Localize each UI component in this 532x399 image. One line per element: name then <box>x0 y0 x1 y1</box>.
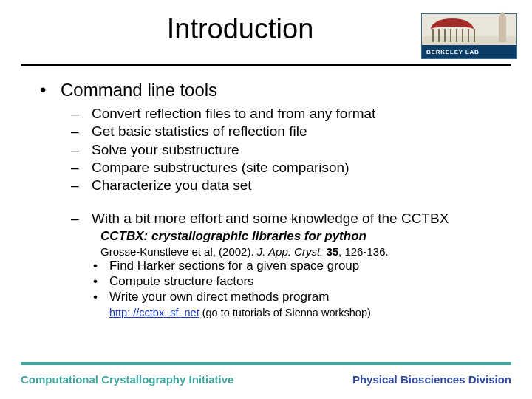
list-item: •Write your own direct methods program <box>93 289 505 304</box>
effort-sub-list: •Find Harker sections for a given space … <box>40 258 505 305</box>
cctbx-caption: CCTBX: crystallographic libraries for py… <box>40 229 505 244</box>
list-item: •Compute structure factors <box>93 273 505 289</box>
effort-line: –With a bit more effort and some knowled… <box>71 210 505 228</box>
list-item: –Get basic statistics of reflection file <box>71 123 505 140</box>
lab-logo: BERKELEY LAB <box>421 13 517 59</box>
logo-text: BERKELEY LAB <box>422 45 516 58</box>
title-row: Introduction BERKELEY LAB <box>0 0 532 64</box>
link-line: http: //cctbx. sf. net (go to tutorials … <box>40 307 505 318</box>
cctbx-link[interactable]: http: //cctbx. sf. net <box>109 307 200 318</box>
sub-item-list: –Convert reflection files to and from an… <box>40 105 505 228</box>
list-item: –Convert reflection files to and from an… <box>71 105 505 123</box>
footer-left: Computational Crystallography Initiative <box>21 373 233 386</box>
list-item: •Find Harker sections for a given space … <box>93 258 505 273</box>
bullet-icon: • <box>40 80 61 100</box>
list-item: –Characterize you data set <box>71 177 505 194</box>
list-item: –Solve your substructure <box>71 141 505 159</box>
footer: Computational Crystallography Initiative… <box>21 373 511 386</box>
content-area: • Command line tools –Convert reflection… <box>0 66 532 318</box>
footer-right: Physical Biosciences Division <box>352 373 511 386</box>
heading-text: Command line tools <box>61 80 217 100</box>
slide: Introduction BERKELEY LAB • Command line… <box>0 0 532 399</box>
reference-line: Grosse-Kunstleve et al, (2002). J. App. … <box>40 245 505 258</box>
heading-bullet: • Command line tools <box>40 80 505 100</box>
list-item: –Compare substructures (site comparison) <box>71 159 505 177</box>
footer-divider <box>21 362 511 365</box>
slide-title: Introduction <box>0 13 421 45</box>
